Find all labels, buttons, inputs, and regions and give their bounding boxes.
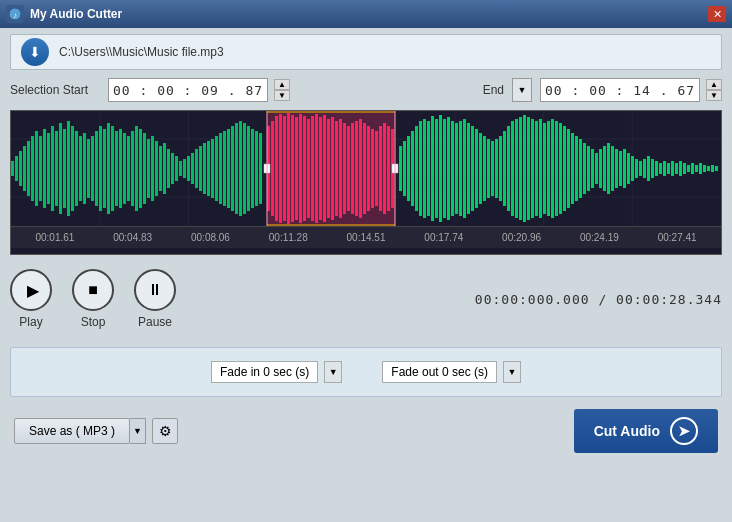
play-icon: ▶ (27, 281, 39, 300)
svg-rect-107 (379, 126, 382, 211)
svg-rect-25 (59, 123, 62, 214)
svg-rect-28 (71, 126, 74, 211)
end-dropdown[interactable]: ▼ (512, 78, 532, 102)
file-icon: ⬇ (21, 38, 49, 66)
svg-rect-164 (595, 153, 598, 184)
end-time-input[interactable] (540, 78, 700, 102)
svg-rect-86 (295, 117, 298, 220)
svg-rect-52 (167, 149, 170, 188)
svg-rect-31 (83, 133, 86, 204)
svg-rect-142 (507, 126, 510, 211)
svg-rect-98 (343, 123, 346, 214)
waveform-container[interactable]: 00:01.61 00:04.83 00:08.06 00:11.28 00:1… (10, 110, 722, 255)
end-up-btn[interactable]: ▲ (706, 79, 722, 90)
svg-rect-162 (587, 146, 590, 191)
play-button[interactable]: ▶ Play (10, 269, 52, 329)
svg-rect-126 (443, 119, 446, 218)
stop-button[interactable]: ■ Stop (72, 269, 114, 329)
svg-rect-57 (187, 156, 190, 181)
svg-rect-144 (515, 119, 518, 218)
svg-rect-78 (267, 224, 395, 226)
svg-rect-183 (671, 161, 674, 176)
svg-rect-119 (415, 126, 418, 211)
fade-out-arrow-icon: ▼ (508, 367, 517, 377)
selection-start-input[interactable] (108, 78, 268, 102)
svg-rect-73 (251, 129, 254, 208)
svg-rect-145 (519, 117, 522, 220)
pause-button[interactable]: ⏸ Pause (134, 269, 176, 329)
svg-rect-139 (495, 139, 498, 198)
svg-rect-23 (51, 126, 54, 211)
svg-rect-75 (259, 133, 262, 204)
svg-text:♪: ♪ (13, 11, 17, 20)
cut-audio-arrow-icon: ➤ (678, 423, 690, 439)
svg-rect-124 (435, 119, 438, 218)
svg-rect-55 (179, 161, 182, 176)
svg-rect-150 (539, 119, 542, 218)
svg-rect-95 (331, 117, 334, 220)
main-content: ⬇ C:\Users\\Music\Music file.mp3 Selecti… (0, 28, 732, 522)
svg-rect-155 (559, 123, 562, 214)
svg-rect-35 (99, 126, 102, 211)
svg-rect-21 (43, 129, 46, 208)
svg-rect-92 (319, 117, 322, 220)
time-controls: Selection Start ▲ ▼ End ▼ ▲ ▼ (10, 78, 722, 102)
svg-rect-13 (11, 161, 14, 176)
save-section: Save as ( MP3 ) ▼ ⚙ (14, 418, 178, 444)
svg-rect-63 (211, 139, 214, 198)
fade-out-dropdown[interactable]: ▼ (503, 361, 521, 383)
play-label: Play (19, 315, 42, 329)
svg-rect-165 (599, 149, 602, 188)
svg-rect-26 (63, 129, 66, 208)
svg-rect-42 (127, 136, 130, 201)
svg-rect-88 (303, 116, 306, 221)
svg-rect-30 (79, 136, 82, 201)
svg-rect-125 (439, 115, 442, 222)
svg-rect-143 (511, 121, 514, 216)
svg-rect-137 (487, 139, 490, 198)
cut-audio-button[interactable]: Cut Audio ➤ (574, 409, 718, 453)
save-dropdown-btn[interactable]: ▼ (130, 418, 146, 444)
svg-rect-122 (427, 121, 430, 216)
svg-rect-80 (271, 121, 274, 216)
svg-rect-62 (207, 141, 210, 196)
svg-rect-151 (543, 123, 546, 214)
current-time: 00:00:000.000 (475, 292, 590, 307)
svg-rect-84 (287, 113, 290, 224)
svg-rect-32 (87, 139, 90, 198)
pause-circle: ⏸ (134, 269, 176, 311)
time-ruler: 00:01.61 00:04.83 00:08.06 00:11.28 00:1… (11, 226, 721, 248)
svg-rect-93 (323, 115, 326, 222)
svg-rect-173 (631, 156, 634, 181)
svg-rect-39 (115, 131, 118, 206)
svg-rect-97 (339, 119, 342, 218)
ruler-time-6: 00:17.74 (405, 232, 483, 243)
time-display: 00:00:000.000 / 00:00:28.344 (475, 292, 722, 307)
svg-rect-148 (531, 119, 534, 218)
svg-rect-152 (547, 121, 550, 216)
ruler-time-5: 00:14.51 (327, 232, 405, 243)
cut-audio-label: Cut Audio (594, 423, 660, 439)
selection-start-label: Selection Start (10, 83, 100, 97)
start-up-btn[interactable]: ▲ (274, 79, 290, 90)
svg-rect-22 (47, 133, 50, 204)
svg-rect-38 (111, 126, 114, 211)
svg-rect-67 (227, 129, 230, 208)
waveform-canvas[interactable] (11, 111, 721, 226)
svg-rect-66 (223, 131, 226, 206)
save-button[interactable]: Save as ( MP3 ) (14, 418, 130, 444)
svg-rect-96 (335, 121, 338, 216)
svg-rect-185 (679, 161, 682, 176)
settings-button[interactable]: ⚙ (152, 418, 178, 444)
svg-rect-134 (475, 129, 478, 208)
svg-rect-50 (159, 146, 162, 191)
fade-in-dropdown[interactable]: ▼ (324, 361, 342, 383)
start-down-btn[interactable]: ▼ (274, 90, 290, 101)
end-down-btn[interactable]: ▼ (706, 90, 722, 101)
svg-rect-109 (387, 126, 390, 211)
svg-rect-186 (683, 163, 686, 174)
close-button[interactable]: ✕ (708, 6, 726, 22)
title-bar: ♪ My Audio Cutter ✕ (0, 0, 732, 28)
svg-rect-14 (15, 156, 18, 181)
svg-rect-115 (399, 146, 402, 191)
